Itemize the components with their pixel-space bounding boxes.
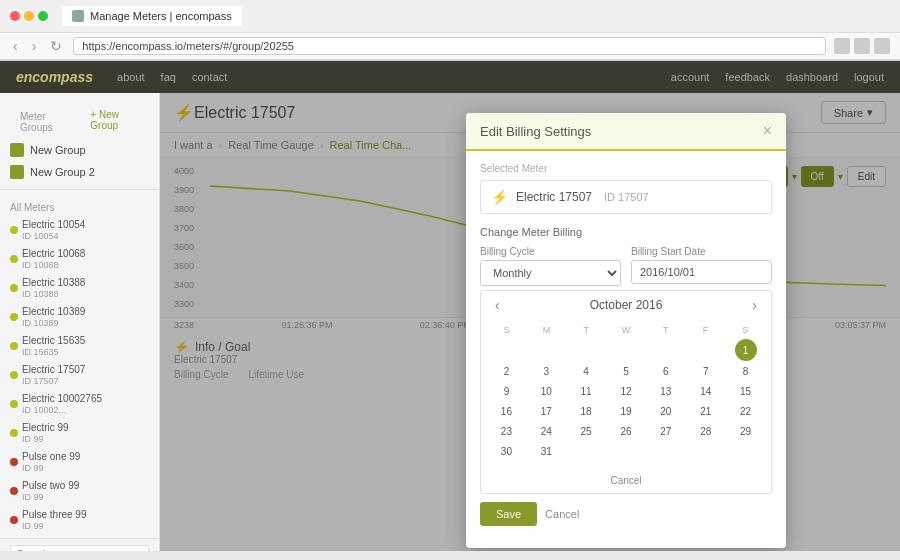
cal-day[interactable]: 10 (527, 382, 566, 401)
browser-tab[interactable]: Manage Meters | encompass (62, 6, 242, 26)
billing-cycle-select[interactable]: Monthly (480, 260, 621, 286)
maximize-dot[interactable] (38, 11, 48, 21)
meter-label: Electric 17507 (22, 363, 85, 376)
weekday-m: M (527, 323, 567, 337)
close-icon[interactable]: × (763, 123, 772, 139)
sidebar-meter-item[interactable]: Electric 10389 ID 10389 (0, 302, 159, 331)
group-name: New Group 2 (30, 166, 95, 178)
address-input[interactable] (73, 37, 826, 55)
meter-groups-label: Meter Groups (10, 105, 80, 135)
sidebar-meter-item[interactable]: Electric 10002765 ID 10002... (0, 389, 159, 418)
meter-id: ID 10068 (22, 260, 85, 270)
search-input[interactable] (10, 545, 149, 551)
cal-day[interactable]: 14 (686, 382, 725, 401)
cal-day[interactable]: 11 (567, 382, 606, 401)
cal-day[interactable]: 6 (646, 362, 685, 381)
nav-links-left: about faq contact (117, 71, 227, 83)
cal-day[interactable]: 5 (607, 362, 646, 381)
cal-day[interactable]: 25 (567, 422, 606, 441)
nav-dashboard[interactable]: dashboard (786, 71, 838, 83)
cal-day[interactable]: 30 (487, 442, 526, 461)
cal-day[interactable]: 19 (607, 402, 646, 421)
bookmark-icon[interactable] (834, 38, 850, 54)
cal-day[interactable]: 12 (607, 382, 646, 401)
cal-day[interactable]: 18 (567, 402, 606, 421)
calendar-header: ‹ October 2016 › (481, 291, 771, 319)
sidebar-meter-item[interactable]: Electric 10054 ID 10054 (0, 215, 159, 244)
cal-cancel-link[interactable]: Cancel (610, 475, 641, 486)
cal-day[interactable]: 8 (726, 362, 765, 381)
minimize-dot[interactable] (24, 11, 34, 21)
cal-day[interactable]: 22 (726, 402, 765, 421)
sidebar-meter-item[interactable]: Electric 10388 ID 10388 (0, 273, 159, 302)
nav-account[interactable]: account (671, 71, 710, 83)
nav-contact[interactable]: contact (192, 71, 227, 83)
meter-lightning-icon: ⚡ (491, 189, 508, 205)
nav-feedback[interactable]: feedback (725, 71, 770, 83)
cal-day[interactable]: 24 (527, 422, 566, 441)
cal-day[interactable]: 23 (487, 422, 526, 441)
cal-day (686, 442, 725, 461)
billing-row: Billing Cycle Monthly Billing Start Date (480, 246, 772, 286)
meter-id: ID 15635 (22, 347, 85, 357)
meter-label: Electric 10388 (22, 276, 85, 289)
billing-start-input[interactable] (631, 260, 772, 284)
new-group-link[interactable]: + New Group (80, 107, 149, 133)
cal-day[interactable]: 2 (487, 362, 526, 381)
cal-day (567, 339, 606, 361)
cal-day[interactable]: 17 (527, 402, 566, 421)
sidebar-item-group2[interactable]: New Group 2 (0, 161, 159, 183)
cal-day[interactable]: 15 (726, 382, 765, 401)
save-button[interactable]: Save (480, 502, 537, 526)
cal-day[interactable]: 31 (527, 442, 566, 461)
cal-day[interactable]: 20 (646, 402, 685, 421)
cal-day[interactable]: 7 (686, 362, 725, 381)
forward-button[interactable]: › (29, 38, 40, 54)
cal-day[interactable]: 27 (646, 422, 685, 441)
cal-day[interactable]: 21 (686, 402, 725, 421)
main-content: ⚡ Electric 17507 Share ▾ I want a › Real… (160, 93, 900, 551)
weekday-w: W (606, 323, 646, 337)
sidebar-meter-item[interactable]: Electric 10068 ID 10068 (0, 244, 159, 273)
sidebar-meter-item[interactable]: Electric 15635 ID 15635 (0, 331, 159, 360)
cal-day[interactable]: 16 (487, 402, 526, 421)
cal-day[interactable]: 3 (527, 362, 566, 381)
weekday-t: T (566, 323, 606, 337)
nav-about[interactable]: about (117, 71, 145, 83)
cal-day[interactable]: 29 (726, 422, 765, 441)
cal-day[interactable]: 9 (487, 382, 526, 401)
sidebar-item-group1[interactable]: New Group (0, 139, 159, 161)
meter-dot (10, 400, 18, 408)
cal-day[interactable]: 1 (735, 339, 757, 361)
cancel-button[interactable]: Cancel (545, 508, 579, 520)
cal-day[interactable]: 26 (607, 422, 646, 441)
group-color-swatch (10, 165, 24, 179)
meter-id: ID 99 (22, 492, 79, 502)
group-name: New Group (30, 144, 86, 156)
cal-day[interactable]: 4 (567, 362, 606, 381)
sidebar-divider (0, 189, 159, 190)
back-button[interactable]: ‹ (10, 38, 21, 54)
menu-icon[interactable] (874, 38, 890, 54)
sidebar-meter-item[interactable]: Pulse one 99 ID 99 (0, 447, 159, 476)
meter-id: ID 10002... (22, 405, 102, 415)
cal-weekdays: S M T W T F S (487, 323, 765, 337)
extension-icon[interactable] (854, 38, 870, 54)
cal-day[interactable]: 13 (646, 382, 685, 401)
app: encompass about faq contact account feed… (0, 61, 900, 551)
cal-day[interactable]: 28 (686, 422, 725, 441)
meter-dot (10, 516, 18, 524)
refresh-button[interactable]: ↻ (47, 38, 65, 54)
meter-dot (10, 371, 18, 379)
cal-next-button[interactable]: › (748, 297, 761, 313)
close-dot[interactable] (10, 11, 20, 21)
sidebar-meter-item[interactable]: Electric 99 ID 99 (0, 418, 159, 447)
sidebar-meter-item[interactable]: Pulse three 99 ID 99 (0, 505, 159, 534)
sidebar-meter-item[interactable]: Electric 17507 ID 17507 (0, 360, 159, 389)
nav-faq[interactable]: faq (161, 71, 176, 83)
change-billing-label: Change Meter Billing (480, 226, 772, 238)
browser-dots (10, 11, 48, 21)
nav-logout[interactable]: logout (854, 71, 884, 83)
cal-prev-button[interactable]: ‹ (491, 297, 504, 313)
sidebar-meter-item[interactable]: Pulse two 99 ID 99 (0, 476, 159, 505)
